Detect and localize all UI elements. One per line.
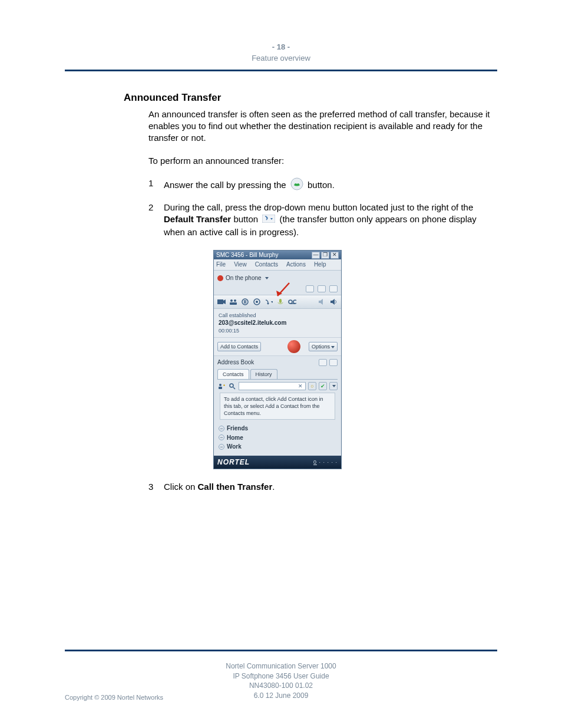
collapse-icon[interactable] xyxy=(318,285,326,292)
step-body: Answer the call by pressing the button. xyxy=(164,177,497,193)
menu-help[interactable]: Help xyxy=(314,261,326,269)
svg-marker-15 xyxy=(271,301,273,303)
step-body: During the call, press the drop-down men… xyxy=(164,202,497,238)
group-friends[interactable]: −Friends xyxy=(219,424,336,433)
section-name: Feature overview xyxy=(0,54,562,62)
record-icon[interactable] xyxy=(253,298,261,306)
red-arrow-annotation xyxy=(274,282,297,299)
tab-contacts[interactable]: Contacts xyxy=(217,369,249,379)
copyright: Copyright © 2009 Nortel Networks xyxy=(65,694,163,701)
svg-rect-23 xyxy=(219,387,222,389)
dialpad-icon[interactable] xyxy=(306,285,314,292)
window-title: SMC 3456 - Bill Murphy xyxy=(216,251,279,259)
svg-rect-4 xyxy=(217,299,223,304)
svg-marker-21 xyxy=(330,299,335,305)
contact-groups: −Friends −Home −Work xyxy=(214,422,341,456)
footer-rule xyxy=(65,650,497,651)
intro-paragraph: An announced transfer is often seen as t… xyxy=(148,108,497,144)
svg-rect-25 xyxy=(224,384,224,386)
chevron-down-icon[interactable] xyxy=(265,277,269,279)
collapse-icon[interactable] xyxy=(319,359,327,366)
collapse-group-icon[interactable]: − xyxy=(219,444,224,450)
add-contact-icon[interactable] xyxy=(217,382,226,390)
window-titlebar: SMC 3456 - Bill Murphy — ❐ ✕ xyxy=(214,251,341,260)
svg-point-26 xyxy=(230,384,233,387)
svg-marker-14 xyxy=(267,303,269,305)
step-text-a: During the call, press the drop-down men… xyxy=(164,202,473,212)
embedded-screenshot: SMC 3456 - Bill Murphy — ❐ ✕ File View C… xyxy=(213,250,497,469)
page-content: Announced Transfer An announced transfer… xyxy=(124,71,497,493)
footer-count: 0 xyxy=(313,459,317,465)
collapse-group-icon[interactable]: − xyxy=(219,434,224,440)
address-book-header: Address Book xyxy=(214,356,341,369)
video-icon[interactable] xyxy=(217,298,226,306)
search-input[interactable]: ✕ xyxy=(239,382,306,390)
filter-dropdown-icon[interactable] xyxy=(329,382,338,390)
svg-rect-11 xyxy=(246,300,247,304)
window-close-button[interactable]: ✕ xyxy=(330,252,339,259)
menu-contacts[interactable]: Contacts xyxy=(255,261,278,269)
svg-point-6 xyxy=(230,299,233,302)
steps-list: 1 Answer the call by pressing the button… xyxy=(148,177,497,493)
address-book-tabs: Contacts History xyxy=(217,369,338,380)
step-1: 1 Answer the call by pressing the button… xyxy=(148,177,497,193)
call-timer: 00:00:15 xyxy=(219,327,336,334)
collapse-group-icon[interactable]: − xyxy=(219,426,224,431)
group-work[interactable]: −Work xyxy=(219,443,336,451)
step-number: 2 xyxy=(148,202,164,238)
footer-line-1: Nortel Communication Server 1000 xyxy=(0,661,562,671)
lead-sentence: To perform an announced transfer: xyxy=(148,155,497,167)
group-label: Home xyxy=(227,434,243,442)
window-restore-button[interactable]: ❐ xyxy=(321,252,329,259)
presence-filter-away-icon[interactable]: ○ xyxy=(308,382,316,390)
group-label: Work xyxy=(227,443,242,451)
svg-rect-1 xyxy=(262,215,275,223)
transfer-dropdown-button[interactable] xyxy=(265,298,273,306)
speaker-mute-icon[interactable] xyxy=(318,298,326,306)
clear-search-icon[interactable]: ✕ xyxy=(298,383,303,390)
presence-label[interactable]: On the phone xyxy=(226,274,262,282)
section-heading: Announced Transfer xyxy=(124,91,497,105)
answer-call-icon xyxy=(290,177,303,193)
svg-point-7 xyxy=(234,299,236,302)
expand-icon[interactable] xyxy=(329,285,338,292)
svg-point-9 xyxy=(242,299,248,305)
menu-actions[interactable]: Actions xyxy=(286,261,306,269)
svg-rect-8 xyxy=(230,302,237,305)
group-label: Friends xyxy=(227,424,248,433)
svg-line-27 xyxy=(233,387,235,389)
tab-history[interactable]: History xyxy=(250,369,277,379)
speaker-icon[interactable] xyxy=(329,298,338,306)
expand-icon[interactable] xyxy=(329,359,338,366)
hangup-button[interactable] xyxy=(287,340,300,353)
menu-file[interactable]: File xyxy=(216,261,226,269)
step-3: 3 Click on Call then Transfer. xyxy=(148,481,497,493)
presence-filter-online-icon[interactable]: ✔ xyxy=(319,382,327,390)
svg-rect-10 xyxy=(244,300,245,304)
options-label: Options xyxy=(312,344,330,350)
step-2: 2 During the call, press the drop-down m… xyxy=(148,202,497,238)
call-state: Call established xyxy=(219,312,336,319)
footer-line-3: NN43080-100 01.02 xyxy=(0,681,562,691)
transfer-dropdown-icon xyxy=(262,214,275,226)
call-info-panel: Call established 203@scsitel2.iteluk.com… xyxy=(214,309,341,337)
svg-point-17 xyxy=(289,300,292,304)
footer-line-2: IP Softphone 3456 User Guide xyxy=(0,671,562,681)
group-home[interactable]: −Home xyxy=(219,434,336,442)
address-book-label: Address Book xyxy=(217,358,254,367)
contacts-search-row: ✕ ○ ✔ xyxy=(217,382,338,390)
presence-icon xyxy=(217,275,223,281)
search-icon[interactable] xyxy=(228,382,236,390)
brand-logo: NORTEL xyxy=(217,457,250,467)
softphone-window: SMC 3456 - Bill Murphy — ❐ ✕ File View C… xyxy=(213,250,342,469)
hold-icon[interactable] xyxy=(241,298,249,306)
menu-view[interactable]: View xyxy=(234,261,247,269)
step-text-b: button. xyxy=(308,180,335,190)
add-to-contacts-button[interactable]: Add to Contacts xyxy=(217,342,261,351)
contacts-hint: To add a contact, click Add Contact icon… xyxy=(220,393,335,420)
chevron-down-icon xyxy=(331,346,335,348)
options-button[interactable]: Options xyxy=(309,342,338,351)
svg-marker-20 xyxy=(319,299,323,305)
conference-icon[interactable] xyxy=(229,298,237,306)
window-minimize-button[interactable]: — xyxy=(312,252,320,259)
